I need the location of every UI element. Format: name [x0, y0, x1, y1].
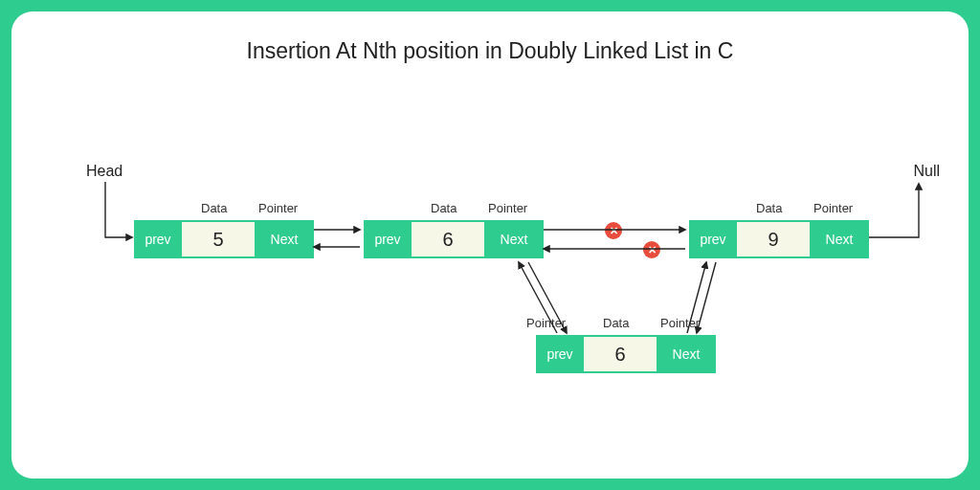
null-label: Null	[913, 163, 940, 180]
break-icon: ✕	[643, 241, 660, 258]
node-1-prev: prev	[136, 222, 182, 256]
inserted-prev: prev	[538, 337, 584, 371]
node-2-data: 6	[412, 222, 486, 256]
node-2-next: Next	[486, 222, 542, 256]
node-3-next: Next	[812, 222, 867, 256]
pointer-label-ins-left: Pointer	[526, 316, 566, 330]
inserted-next: Next	[658, 337, 714, 371]
node-3: prev 9 Next	[689, 220, 869, 258]
data-label-2: Data	[431, 201, 457, 215]
inserted-node: prev 6 Next	[536, 335, 716, 373]
node-3-data: 9	[737, 222, 812, 256]
head-label: Head	[86, 163, 122, 180]
node-1-next: Next	[256, 222, 312, 256]
pointer-label-2: Pointer	[488, 201, 527, 215]
node-3-prev: prev	[691, 222, 737, 256]
data-label-3: Data	[756, 201, 782, 215]
node-2-prev: prev	[366, 222, 412, 256]
pointer-label-1: Pointer	[258, 201, 298, 215]
page-title: Insertion At Nth position in Doubly Link…	[11, 11, 969, 64]
node-1: prev 5 Next	[134, 220, 314, 258]
data-label-1: Data	[201, 201, 227, 215]
pointer-label-ins-right: Pointer	[660, 316, 700, 330]
node-1-data: 5	[182, 222, 256, 256]
diagram-frame: Insertion At Nth position in Doubly Link…	[11, 11, 969, 479]
pointer-label-3: Pointer	[813, 201, 853, 215]
data-label-ins: Data	[603, 316, 629, 330]
inserted-data: 6	[584, 337, 658, 371]
node-2: prev 6 Next	[364, 220, 544, 258]
break-icon: ✕	[605, 222, 622, 239]
